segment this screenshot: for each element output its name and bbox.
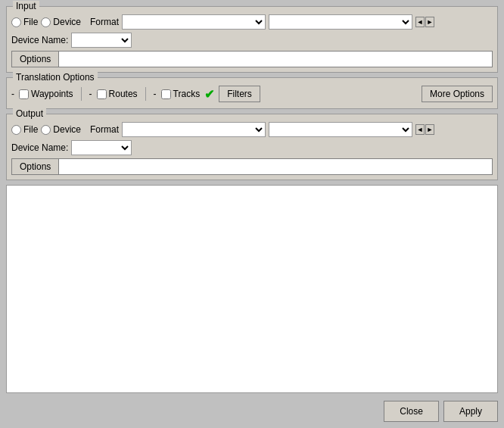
bottom-bar: Close Apply [6,398,498,422]
output-format-label: Format [90,124,119,135]
separator2 [145,87,146,101]
filters-button[interactable]: Filters [219,86,260,102]
dash2: - [89,89,92,99]
output-file-label: File [23,124,38,135]
input-format-select2[interactable] [269,14,412,30]
input-format-select1[interactable] [122,14,266,30]
waypoints-checkbox[interactable] [19,89,29,99]
waypoints-label: Waypoints [31,89,73,99]
dash3: - [154,89,157,99]
output-device-radio[interactable] [41,125,51,135]
input-device-label: Device [53,17,81,27]
translation-title: Translation Options [13,72,98,83]
output-format-select2[interactable] [269,122,412,137]
output-device-radio-label[interactable]: Device [41,124,81,135]
input-group: Input File Device Format ◄ ► Device Name… [6,6,498,73]
apply-button[interactable]: Apply [443,401,498,422]
output-options-button[interactable]: Options [11,158,58,175]
output-prev-arrow[interactable]: ◄ [415,124,425,135]
routes-label: Routes [109,89,138,99]
input-title: Input [13,1,39,11]
tracks-label: Tracks [173,89,201,99]
output-file-radio-label[interactable]: File [11,124,38,135]
input-prev-arrow[interactable]: ◄ [415,17,425,27]
routes-checkbox-label[interactable]: Routes [97,89,138,99]
output-file-radio[interactable] [11,125,21,135]
input-file-label: File [23,17,38,27]
input-options-text[interactable] [58,51,493,67]
dash1: - [11,89,14,99]
input-device-name-label: Device Name: [11,35,68,45]
input-device-radio[interactable] [41,17,51,27]
output-nav-arrows: ◄ ► [415,124,434,135]
separator1 [81,87,82,101]
output-device-label: Device [53,124,81,135]
input-device-name-select[interactable] [71,33,132,48]
tracks-checkbox[interactable] [161,89,171,99]
output-next-arrow[interactable]: ► [425,124,434,135]
output-group: Output File Device Format ◄ ► Device Nam… [6,114,498,180]
translation-group: Translation Options - Waypoints - Routes… [6,77,498,109]
tracks-checkbox-label[interactable]: Tracks [161,89,201,99]
input-file-radio-label[interactable]: File [11,17,38,27]
output-device-name-label: Device Name: [11,142,68,153]
waypoints-checkbox-label[interactable]: Waypoints [19,89,73,99]
green-checkmark: ✔ [204,87,214,102]
close-button[interactable]: Close [384,401,439,422]
input-next-arrow[interactable]: ► [425,17,434,27]
output-device-name-select[interactable] [71,140,132,155]
log-area [6,185,498,393]
output-format-select1[interactable] [122,122,266,137]
input-file-radio[interactable] [11,17,21,27]
routes-checkbox[interactable] [97,89,107,99]
output-title: Output [13,108,46,119]
input-format-label: Format [90,17,119,27]
input-device-radio-label[interactable]: Device [41,17,81,27]
more-options-button[interactable]: More Options [422,86,493,102]
input-nav-arrows: ◄ ► [415,17,434,27]
output-options-text[interactable] [58,158,493,175]
input-options-button[interactable]: Options [11,51,58,67]
